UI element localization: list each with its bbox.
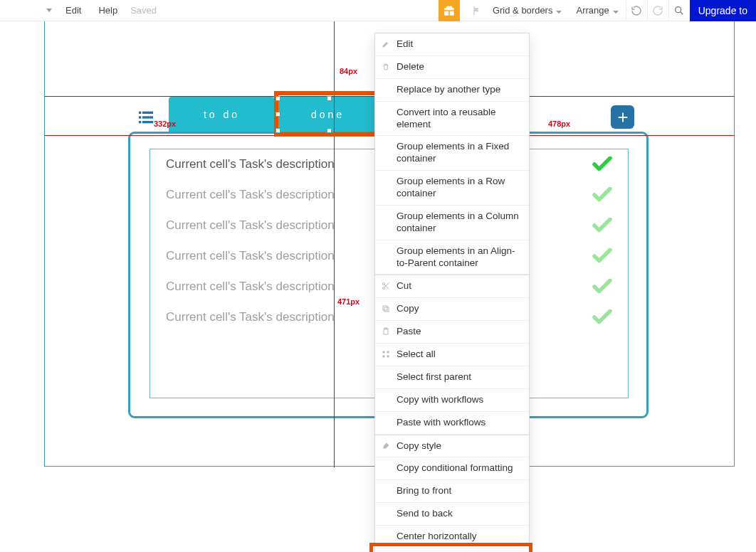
ctx-copy-workflows[interactable]: Copy with workflows (375, 389, 529, 412)
ctx-edit[interactable]: Edit (375, 33, 529, 56)
ctx-copy[interactable]: Copy (375, 298, 529, 321)
clipboard-icon (381, 327, 391, 336)
app-menu-dropdown-icon[interactable] (41, 9, 57, 12)
context-menu: Edit Delete Replace by another type Conv… (374, 33, 530, 552)
undo-button[interactable] (626, 0, 647, 21)
top-toolbar: Edit Help Saved Grid & borders Arrange U… (0, 0, 756, 21)
svg-rect-16 (387, 356, 389, 358)
ctx-paste-workflows[interactable]: Paste with workflows (375, 412, 529, 435)
resize-handle[interactable] (327, 96, 332, 101)
ctx-group-align[interactable]: Group elements in an Align-to-Parent con… (375, 240, 529, 275)
ctx-label: Copy with workflows (397, 394, 483, 406)
ctx-copy-conditional[interactable]: Copy conditional formatting (375, 457, 529, 480)
ctx-label: Delete (397, 61, 424, 73)
ctx-label: Bring to front (397, 485, 451, 497)
help-menu[interactable]: Help (90, 0, 126, 21)
svg-rect-10 (383, 306, 387, 310)
edit-menu[interactable]: Edit (57, 0, 90, 21)
tab-todo[interactable]: to do (169, 97, 275, 132)
svg-rect-13 (383, 351, 385, 354)
svg-rect-14 (387, 351, 389, 354)
workflow-highlight (369, 543, 532, 552)
upgrade-button[interactable]: Upgrade to (690, 0, 756, 21)
add-button[interactable] (611, 105, 634, 129)
search-button[interactable] (668, 0, 690, 21)
svg-point-0 (676, 6, 681, 12)
ctx-delete[interactable]: Delete (375, 56, 529, 79)
ctx-copy-style[interactable]: Copy style (375, 435, 529, 458)
svg-rect-6 (142, 121, 153, 123)
save-status: Saved (126, 5, 157, 16)
resize-handle[interactable] (275, 96, 280, 101)
ctx-label: Replace by another type (397, 84, 500, 96)
resize-handle[interactable] (327, 128, 332, 133)
ctx-replace[interactable]: Replace by another type (375, 79, 529, 102)
list-icon[interactable] (139, 111, 153, 127)
ctx-group-row[interactable]: Group elements in a Row container (375, 171, 529, 206)
measure-left: 332px (154, 120, 176, 128)
brush-icon (381, 441, 391, 451)
ctx-cut[interactable]: Cut (375, 275, 529, 298)
ctx-reusable[interactable]: Convert into a reusable element (375, 102, 529, 137)
svg-rect-5 (139, 121, 141, 123)
ctx-label: Paste (397, 326, 421, 338)
ctx-select-first-parent[interactable]: Select first parent (375, 366, 529, 389)
copy-icon (381, 304, 391, 314)
ctx-label: Edit (397, 38, 413, 51)
svg-rect-9 (384, 307, 389, 312)
ctx-bring-front[interactable]: Bring to front (375, 480, 529, 503)
svg-rect-1 (139, 112, 141, 114)
ctx-label: Copy (397, 303, 419, 315)
ctx-label: Paste with workflows (397, 417, 485, 429)
ctx-group-col[interactable]: Group elements in a Column container (375, 206, 529, 240)
arrange-menu[interactable]: Arrange (569, 0, 625, 21)
task-description: Current cell's Task's description (166, 309, 335, 326)
redo-button[interactable] (647, 0, 668, 21)
chevron-down-icon (613, 5, 619, 16)
ctx-send-back[interactable]: Send to back (375, 503, 529, 526)
measure-mid: 471px (337, 297, 359, 306)
check-icon[interactable] (592, 218, 612, 233)
pencil-icon (381, 39, 391, 49)
check-icon[interactable] (592, 248, 612, 264)
check-icon[interactable] (592, 187, 612, 203)
ctx-group-fixed[interactable]: Group elements in a Fixed container (375, 136, 529, 171)
svg-rect-3 (139, 116, 141, 118)
resize-handle[interactable] (275, 128, 280, 133)
svg-rect-4 (142, 116, 153, 118)
check-icon[interactable] (592, 156, 612, 172)
task-description: Current cell's Task's description (166, 187, 335, 203)
task-description: Current cell's Task's description (166, 156, 335, 173)
task-description: Current cell's Task's description (166, 248, 335, 265)
ctx-label: Group elements in an Align-to-Parent con… (397, 245, 522, 270)
resize-handle[interactable] (275, 112, 280, 117)
measure-top: 84px (340, 67, 357, 75)
measure-right: 478px (548, 120, 570, 128)
ctx-label: Select all (397, 349, 436, 361)
ruler-vertical (334, 21, 335, 467)
trash-icon (381, 62, 391, 72)
task-description: Current cell's Task's description (166, 218, 335, 234)
check-icon[interactable] (592, 279, 612, 294)
ctx-label: Group elements in a Column container (397, 211, 522, 235)
svg-rect-15 (383, 356, 385, 358)
ctx-paste[interactable]: Paste (375, 321, 529, 344)
grid-borders-label: Grid & borders (493, 5, 553, 16)
flag-icon[interactable] (468, 2, 485, 19)
ctx-select-all[interactable]: Select all (375, 344, 529, 366)
ctx-label: Convert into a reusable element (397, 107, 522, 131)
svg-rect-2 (142, 112, 153, 114)
scissors-icon (381, 281, 391, 291)
ctx-label: Cut (397, 280, 411, 292)
gift-icon[interactable] (439, 0, 460, 21)
ctx-label: Center horizontally (397, 531, 477, 543)
ctx-label: Copy style (397, 440, 441, 452)
grid-borders-menu[interactable]: Grid & borders (485, 0, 569, 21)
ctx-label: Group elements in a Fixed container (397, 141, 522, 165)
check-icon[interactable] (592, 309, 612, 325)
task-description: Current cell's Task's description (166, 279, 335, 295)
editor-canvas[interactable]: 84px 332px 478px 471px to do done Curren… (0, 21, 756, 552)
ctx-label: Copy conditional formatting (397, 462, 513, 474)
grid-icon (381, 349, 391, 359)
ctx-label: Group elements in a Row container (397, 176, 522, 200)
